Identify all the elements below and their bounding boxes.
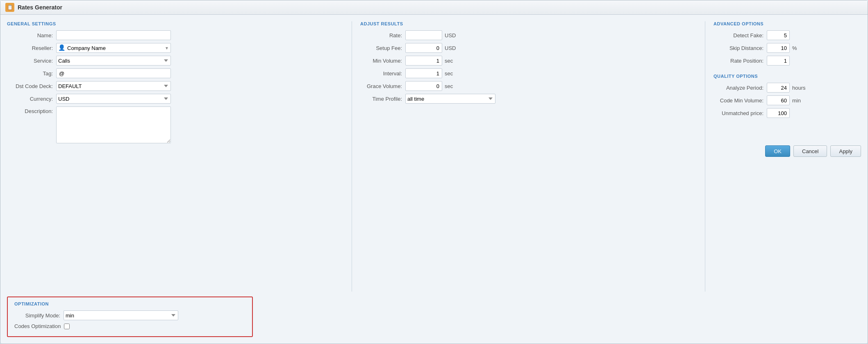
code-min-volume-unit: min [790, 97, 801, 104]
description-textarea[interactable] [56, 106, 171, 143]
min-volume-label: Min Volume: [360, 58, 405, 64]
reseller-person-icon: 👤 [58, 44, 66, 52]
analyze-period-row: Analyze Period: hours [713, 83, 861, 93]
service-select[interactable]: Calls SMS Data [56, 56, 171, 66]
code-min-volume-input[interactable] [767, 95, 790, 105]
interval-label: Interval: [360, 70, 405, 77]
cancel-button[interactable]: Cancel [793, 145, 827, 157]
currency-row: Currency: USD EUR GBP [7, 94, 343, 104]
code-min-volume-row: Code Min Volume: min [713, 95, 861, 105]
description-label: Description: [7, 106, 56, 114]
content-area: GENERAL SETTINGS Name: Reseller: 👤 Compa… [0, 15, 868, 344]
tag-row: Tag: [7, 68, 343, 78]
min-volume-row: Min Volume: sec [360, 56, 697, 66]
main-row: GENERAL SETTINGS Name: Reseller: 👤 Compa… [7, 21, 861, 292]
right-divider [705, 21, 705, 292]
apply-button[interactable]: Apply [830, 145, 861, 157]
quality-options-title: QUALITY OPTIONS [713, 74, 861, 79]
rate-input[interactable] [405, 30, 442, 40]
skip-distance-label: Skip Distance: [713, 45, 767, 51]
time-profile-row: Time Profile: all time [360, 94, 697, 104]
footer-buttons: OK Cancel Apply [713, 121, 861, 158]
min-volume-input[interactable] [405, 56, 442, 66]
simplify-mode-select[interactable]: min max avg [64, 310, 178, 320]
reseller-label: Reseller: [7, 45, 56, 51]
detect-fake-input[interactable] [767, 30, 790, 40]
right-panel: ADVANCED OPTIONS Detect Fake: Skip Dista… [713, 21, 861, 292]
dst-code-deck-select[interactable]: DEFAULT [56, 81, 171, 91]
main-window: 📋 Rates Generator GENERAL SETTINGS Name:… [0, 0, 868, 344]
adjust-results-title: ADJUST RESULTS [360, 21, 697, 26]
reseller-row: Reseller: 👤 Company Name ▼ [7, 43, 343, 53]
setup-fee-row: Setup Fee: USD [360, 43, 697, 53]
app-icon: 📋 [5, 3, 14, 12]
service-row: Service: Calls SMS Data [7, 56, 343, 66]
code-min-volume-label: Code Min Volume: [713, 97, 767, 104]
rate-unit: USD [442, 32, 456, 38]
currency-select[interactable]: USD EUR GBP [56, 94, 171, 104]
general-settings-panel: GENERAL SETTINGS Name: Reseller: 👤 Compa… [7, 21, 343, 292]
time-profile-label: Time Profile: [360, 96, 405, 102]
setup-fee-label: Setup Fee: [360, 45, 405, 51]
ok-button[interactable]: OK [765, 145, 790, 157]
codes-optimization-checkbox[interactable] [64, 324, 70, 329]
dst-code-deck-label: Dst Code Deck: [7, 83, 56, 89]
currency-label: Currency: [7, 96, 56, 102]
detect-fake-row: Detect Fake: [713, 30, 861, 40]
left-divider [352, 21, 352, 292]
unmatched-price-label: Unmatched price: [713, 110, 767, 116]
rate-position-input[interactable] [767, 56, 790, 66]
codes-optimization-label: Codes Optimization [14, 323, 64, 329]
tag-input[interactable] [56, 68, 171, 78]
analyze-period-input[interactable] [767, 83, 790, 93]
tag-label: Tag: [7, 70, 56, 77]
rate-row: Rate: USD [360, 30, 697, 40]
grace-volume-unit: sec [442, 83, 453, 89]
simplify-mode-label: Simplify Mode: [14, 312, 64, 319]
min-volume-unit: sec [442, 58, 453, 64]
name-label: Name: [7, 32, 56, 38]
unmatched-price-input[interactable] [767, 108, 790, 118]
codes-optimization-row: Codes Optimization [14, 323, 245, 329]
skip-distance-unit: % [790, 45, 797, 51]
general-settings-title: GENERAL SETTINGS [7, 21, 343, 26]
rate-position-label: Rate Position: [713, 58, 767, 64]
analyze-period-label: Analyze Period: [713, 85, 767, 91]
grace-volume-label: Grace Volume: [360, 83, 405, 89]
name-row: Name: [7, 30, 343, 40]
interval-row: Interval: sec [360, 68, 697, 78]
optimization-section: OPTIMIZATION Simplify Mode: min max avg … [7, 296, 253, 337]
optimization-box: OPTIMIZATION Simplify Mode: min max avg … [7, 296, 253, 337]
description-row: Description: [7, 106, 343, 143]
interval-unit: sec [442, 70, 453, 77]
unmatched-price-row: Unmatched price: [713, 108, 861, 118]
dst-code-deck-row: Dst Code Deck: DEFAULT [7, 81, 343, 91]
time-profile-select[interactable]: all time [405, 94, 495, 104]
simplify-mode-row: Simplify Mode: min max avg [14, 310, 245, 320]
skip-distance-input[interactable] [767, 43, 790, 53]
skip-distance-row: Skip Distance: % [713, 43, 861, 53]
grace-volume-row: Grace Volume: sec [360, 81, 697, 91]
window-title: Rates Generator [18, 4, 62, 11]
interval-input[interactable] [405, 68, 442, 78]
adjust-results-panel: ADJUST RESULTS Rate: USD Setup Fee: USD … [360, 21, 697, 292]
setup-fee-input[interactable] [405, 43, 442, 53]
optimization-title: OPTIMIZATION [14, 301, 245, 306]
title-bar: 📋 Rates Generator [0, 0, 868, 15]
rate-label: Rate: [360, 32, 405, 38]
name-input[interactable] [56, 30, 171, 40]
reseller-select-wrapper[interactable]: 👤 Company Name ▼ [56, 43, 171, 53]
reseller-select[interactable]: Company Name [67, 43, 169, 52]
rate-position-row: Rate Position: [713, 56, 861, 66]
advanced-options-title: ADVANCED OPTIONS [713, 21, 861, 26]
setup-fee-unit: USD [442, 45, 456, 51]
detect-fake-label: Detect Fake: [713, 32, 767, 38]
analyze-period-unit: hours [790, 85, 806, 91]
service-label: Service: [7, 58, 56, 64]
grace-volume-input[interactable] [405, 81, 442, 91]
